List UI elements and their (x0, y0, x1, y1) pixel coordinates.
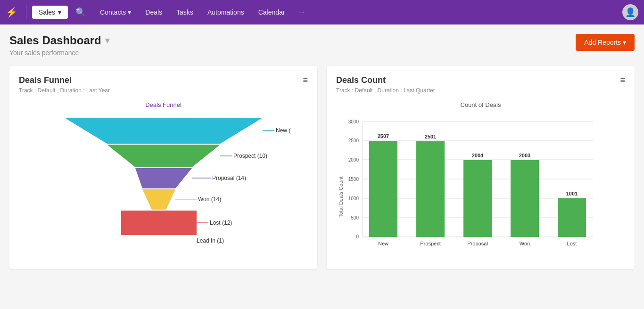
funnel-menu-icon[interactable]: ≡ (303, 75, 308, 85)
deals-count-menu-icon[interactable]: ≡ (620, 75, 625, 85)
contacts-chevron-icon: ▾ (128, 8, 131, 16)
bar-proposal[interactable] (463, 160, 492, 237)
new-label: New (24) (276, 127, 291, 134)
deals-count-card: Deals Count Track : Default , Duration :… (327, 66, 635, 269)
chevron-down-icon: ▾ (58, 8, 61, 16)
bar-lost[interactable] (558, 198, 586, 237)
page-content: Sales Dashboard ▾ Your sales performance… (0, 24, 644, 309)
add-reports-label: Add Reports ▾ (584, 39, 626, 46)
funnel-segment-new (65, 118, 263, 144)
y-tick-1000: 1000 (348, 196, 359, 201)
bar-proposal-label: Proposal (467, 241, 487, 246)
bar-prospect-value: 2501 (425, 134, 436, 139)
bar-prospect[interactable] (416, 141, 445, 237)
deals-count-title: Deals Count (336, 75, 435, 85)
bar-prospect-label: Prospect (420, 241, 440, 246)
funnel-svg-wrapper: New (24) Prospect (10) Proposal (14) Won… (19, 113, 308, 259)
funnel-subtitle: Track : Default , Duration : Last Year (19, 87, 110, 94)
leadin-label: Lead In (1) (197, 237, 224, 244)
nav-deals[interactable]: Deals (139, 6, 169, 19)
navbar: ⚡ Sales ▾ 🔍 Contacts ▾ Deals Tasks Autom… (0, 0, 644, 24)
bar-won-value: 2003 (519, 153, 530, 158)
funnel-segment-prospect (107, 145, 220, 167)
bar-chart-svg: Total Deals Count 0 500 1000 (336, 112, 610, 258)
page-title: Sales Dashboard ▾ (9, 34, 109, 47)
bar-chart-title: Count of Deals (336, 101, 625, 108)
y-tick-3000: 3000 (348, 119, 359, 124)
bar-chart-area: Count of Deals Total Deals Count 0 500 (336, 101, 625, 260)
y-axis-label: Total Deals Count (338, 177, 344, 218)
y-tick-1500: 1500 (348, 177, 359, 182)
funnel-container: Deals Funnel (19, 101, 308, 259)
bar-proposal-value: 2004 (472, 153, 484, 158)
funnel-svg: New (24) Prospect (10) Proposal (14) Won… (36, 113, 291, 259)
deals-count-subtitle: Track : Default , Duration : Last Quarte… (336, 87, 435, 94)
bar-lost-value: 1001 (566, 191, 578, 196)
nav-links: Contacts ▾ Deals Tasks Automations Calen… (93, 6, 619, 19)
prospect-label: Prospect (10) (233, 153, 267, 159)
bar-chart-svg-wrap: Total Deals Count 0 500 1000 (336, 112, 625, 260)
won-label: Won (14) (198, 196, 221, 203)
nav-contacts[interactable]: Contacts ▾ (93, 6, 138, 19)
funnel-card: Deals Funnel Track : Default , Duration … (9, 66, 317, 269)
nav-calendar[interactable]: Calendar (252, 6, 292, 19)
bar-new-value: 2507 (378, 133, 389, 139)
nav-tasks[interactable]: Tasks (170, 6, 200, 19)
page-header: Sales Dashboard ▾ Your sales performance… (9, 34, 635, 57)
charts-grid: Deals Funnel Track : Default , Duration … (9, 66, 635, 269)
funnel-card-header: Deals Funnel Track : Default , Duration … (19, 75, 308, 94)
title-chevron-icon[interactable]: ▾ (105, 35, 109, 46)
bar-new-label: New (378, 241, 388, 246)
page-subtitle: Your sales performance (9, 49, 109, 57)
bar-new[interactable] (369, 141, 397, 237)
y-tick-500: 500 (351, 215, 359, 220)
lost-label: Lost (12) (210, 220, 232, 226)
funnel-segment-lost (121, 211, 197, 235)
funnel-chart-title: Deals Funnel (145, 101, 182, 108)
sales-dropdown-label: Sales (39, 8, 55, 16)
bar-won[interactable] (511, 160, 539, 237)
add-reports-button[interactable]: Add Reports ▾ (576, 34, 635, 51)
nav-more[interactable]: ··· (293, 6, 312, 19)
bar-won-label: Won (520, 241, 530, 246)
funnel-title: Deals Funnel (19, 75, 110, 85)
deals-count-header: Deals Count Track : Default , Duration :… (336, 75, 625, 94)
page-title-text: Sales Dashboard (9, 34, 101, 47)
user-avatar[interactable]: 👤 (622, 4, 638, 20)
y-tick-2000: 2000 (348, 157, 359, 163)
y-tick-2500: 2500 (348, 138, 359, 143)
nav-automations[interactable]: Automations (201, 6, 251, 19)
proposal-label: Proposal (14) (212, 175, 246, 181)
search-icon[interactable]: 🔍 (75, 7, 86, 17)
app-logo: ⚡ (6, 7, 17, 18)
sales-dropdown[interactable]: Sales ▾ (32, 6, 68, 19)
nav-divider (26, 5, 26, 19)
y-tick-0: 0 (356, 234, 359, 239)
funnel-segment-won (142, 189, 175, 210)
bar-lost-label: Lost (567, 241, 577, 246)
funnel-segment-proposal (135, 168, 192, 188)
page-title-block: Sales Dashboard ▾ Your sales performance (9, 34, 109, 57)
